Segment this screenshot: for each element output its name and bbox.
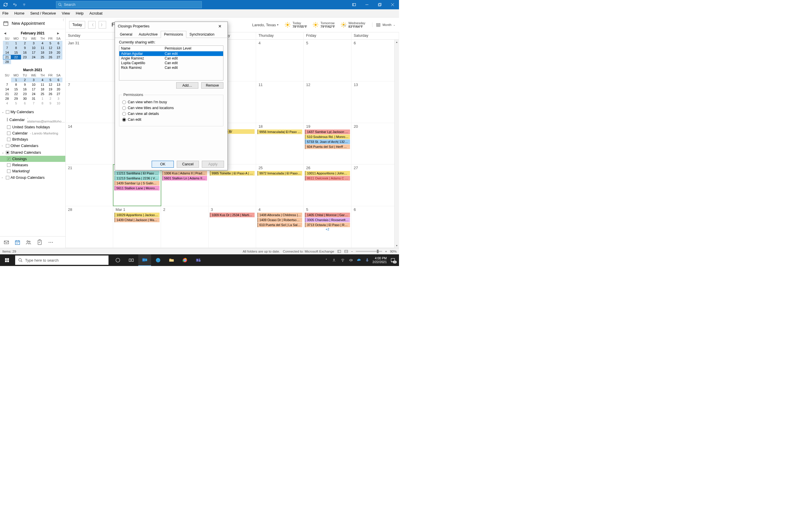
teams-icon[interactable]: T	[192, 254, 205, 266]
calendar-cell[interactable]: 41408 Alborada | Childress | Montemayor …	[256, 206, 304, 248]
search-input[interactable]	[64, 3, 200, 7]
ribbon-tab-home[interactable]: Home	[14, 11, 24, 16]
mini-cal-day[interactable]: 3	[29, 78, 38, 82]
dialog-tab-general[interactable]: General	[117, 31, 136, 38]
calendar-group-all-group-calendars[interactable]: ›All Group Calendars	[0, 174, 65, 181]
cortana-icon[interactable]	[111, 254, 124, 266]
permission-radio[interactable]	[122, 100, 126, 104]
calendar-event[interactable]: 1439 Sambar Lp | S Galindo…	[114, 181, 159, 186]
mini-cal-day[interactable]: 22	[11, 92, 21, 96]
share-row[interactable]: Lupita CapetilloCan edit	[119, 61, 223, 65]
calendar-item[interactable]: ✓Closings	[0, 156, 65, 162]
outlook-icon[interactable]: O	[138, 254, 151, 266]
mini-cal-day[interactable]: 3	[55, 96, 62, 101]
add-button[interactable]: Add…	[176, 82, 198, 89]
mini-cal-day[interactable]: 1	[11, 78, 21, 82]
mini-cal-day[interactable]: 8	[11, 45, 21, 50]
mini-cal-day[interactable]: 15	[11, 87, 21, 92]
mini-cal-day[interactable]: 9	[46, 101, 54, 106]
calendar-event[interactable]: 9956 Inmaculada| El Paso | Mata | Servic…	[257, 130, 302, 134]
calendar-event[interactable]: 510 Soubirous Rd. | Monro…	[305, 134, 350, 139]
prev-month-button[interactable]: 〈	[88, 21, 96, 28]
mini-cal-day[interactable]: 15	[11, 50, 21, 55]
scroll-down-icon[interactable]: ▾	[395, 243, 399, 248]
mini-cal-day[interactable]: 12	[46, 45, 54, 50]
calendar-event[interactable]: 1009 Kus Dr | 2534 | Martinez | Navie Fe…	[210, 213, 254, 217]
calendar-cell[interactable]: 28	[65, 206, 113, 248]
mini-cal-day[interactable]: 13	[55, 82, 62, 87]
edge-icon[interactable]	[152, 254, 165, 266]
calendar-event[interactable]: 8611 Owlcreek | Adams C | Kirk | MFS	[305, 176, 350, 180]
mini-cal-day[interactable]: 29	[11, 96, 21, 101]
mini-cal-day[interactable]: 17	[29, 50, 38, 55]
calendar-cell[interactable]: 51405 Chital | Monroe | Garc…3305 Charol…	[304, 206, 351, 248]
tray-wifi-icon[interactable]	[340, 257, 346, 263]
mini-cal-day[interactable]: 2	[46, 96, 54, 101]
mini-cal-day[interactable]: 22	[11, 55, 21, 59]
calendar-event[interactable]: 1408 Alborada | Childress | Montemayor |…	[257, 213, 302, 217]
people-icon[interactable]	[26, 240, 32, 245]
mini-cal-day[interactable]: 7	[3, 82, 11, 87]
calendar-cell[interactable]: 231006 Kus | Adams II | Prado | Del Home…	[161, 165, 209, 206]
mini-cal-day[interactable]: 19	[46, 50, 54, 55]
group-checkbox[interactable]	[6, 151, 10, 154]
ok-button[interactable]: OK	[152, 161, 174, 168]
sidebar-collapse-icon[interactable]: 〈	[61, 18, 64, 22]
mini-cal-day[interactable]: 23	[21, 92, 29, 96]
weather-day[interactable]: Today78°F/55°F	[284, 21, 307, 28]
mini-cal-day[interactable]: 25	[38, 55, 46, 59]
calendar-cell[interactable]: 31009 Kus Dr | 2534 | Martinez | Navie F…	[209, 206, 256, 248]
calendar-checkbox[interactable]: ✓	[7, 157, 11, 161]
calendar-group-shared-calendars[interactable]: ⌄Shared Calendars	[0, 149, 65, 156]
calendar-cell[interactable]: 5	[304, 40, 351, 81]
mini-cal-day[interactable]: 6	[55, 78, 62, 82]
calendar-event[interactable]: 604 Puerta del Sol | Herff A…	[305, 145, 350, 149]
mini-cal-day[interactable]: 6	[55, 41, 62, 45]
calendar-checkbox[interactable]	[7, 163, 11, 167]
mail-icon[interactable]	[3, 240, 10, 245]
mini-cal-day[interactable]: 21	[3, 55, 11, 59]
mini-cal-day[interactable]: 9	[21, 45, 29, 50]
mini-cal-day[interactable]: 31	[29, 96, 38, 101]
calendar-cell[interactable]: Mar 110029 Apparitions | Jackson | Jimen…	[113, 206, 161, 248]
calendar-cell[interactable]: 14	[65, 123, 113, 165]
group-checkbox[interactable]	[6, 144, 10, 148]
mini-cal-day[interactable]: 17	[29, 87, 38, 92]
mini-cal-day[interactable]: 10	[55, 101, 62, 106]
calendar-cell[interactable]: 20	[352, 123, 399, 165]
mini-cal-day[interactable]: 16	[21, 87, 29, 92]
more-events-link[interactable]: +2	[305, 228, 350, 231]
mini-cal-day[interactable]: 14	[3, 50, 11, 55]
weather-day[interactable]: Tomorrow79°F/62°F	[312, 21, 335, 28]
mini-cal-day[interactable]: 20	[55, 50, 62, 55]
mini-cal-day[interactable]: 11	[38, 45, 46, 50]
mini-cal-day[interactable]: 20	[55, 87, 62, 92]
close-button[interactable]	[386, 0, 399, 10]
calendar-event[interactable]: 3305 Charolais | Roosevelt |…	[305, 217, 350, 222]
file-explorer-icon[interactable]	[165, 254, 178, 266]
mini-cal-day[interactable]: 1	[11, 41, 21, 45]
calendar-event[interactable]: 10029 Apparitions | Jackson | Jimenez | …	[114, 213, 159, 217]
mini-cal-day[interactable]: 2	[21, 78, 29, 82]
scroll-up-icon[interactable]: ▴	[395, 40, 399, 44]
mini-cal-day[interactable]: 9	[21, 82, 29, 87]
calendar-cell[interactable]: 189956 Inmaculada| El Paso | Mata | Serv…	[256, 123, 304, 165]
apply-button[interactable]: Apply	[202, 161, 224, 168]
group-checkbox[interactable]	[6, 110, 10, 114]
mini-cal-day[interactable]: 7	[3, 45, 11, 50]
calendar-group-other-calendars[interactable]: ›Other Calendars	[0, 142, 65, 149]
mini-cal-day[interactable]: 10	[29, 45, 38, 50]
today-button[interactable]: Today	[69, 21, 85, 28]
calendar-cell[interactable]: Jan 31	[65, 40, 113, 81]
undo-icon[interactable]	[11, 1, 19, 8]
calendar-event[interactable]: 11211 Santillana | El Paso A…	[114, 171, 159, 176]
mini-cal-day[interactable]: 19	[46, 87, 54, 92]
calendar-cell[interactable]: 2	[161, 206, 209, 248]
calendar-checkbox[interactable]	[7, 169, 11, 173]
calendar-cell[interactable]: 13	[352, 81, 399, 123]
calendar-cell[interactable]: 21	[65, 165, 113, 206]
tray-chevron-icon[interactable]: ˄	[323, 257, 329, 263]
calendar-event[interactable]: 1006 Kus | Adams II | Prado | Del Home	[162, 171, 207, 176]
dialog-titlebar[interactable]: Closings Properties ✕	[115, 22, 228, 31]
mini-cal-day[interactable]: 1	[38, 96, 46, 101]
